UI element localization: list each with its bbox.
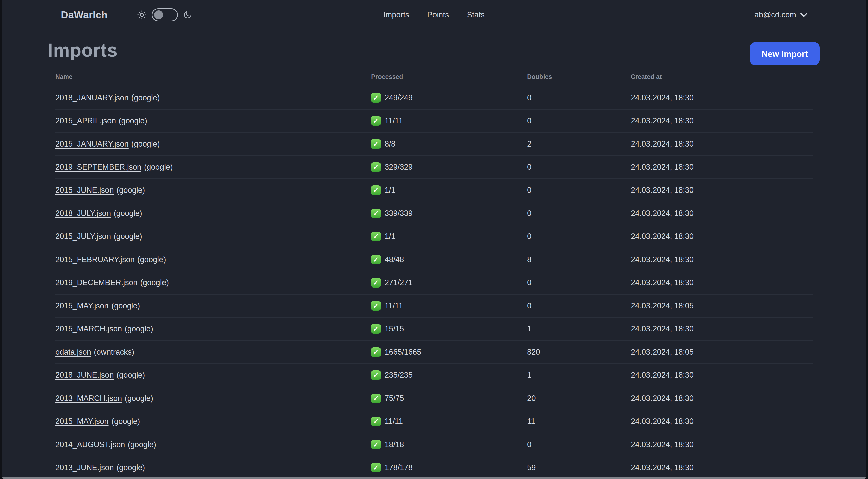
table-row: 2015_APRIL.json(google) 11/11 0 24.03.20… — [55, 109, 813, 132]
theme-toggle[interactable] — [152, 8, 178, 21]
processed-count: 11/11 — [384, 116, 403, 125]
import-file-link[interactable]: 2015_APRIL.json — [55, 116, 116, 125]
column-header-processed: Processed — [371, 73, 527, 81]
name-cell: 2015_FEBRUARY.json(google) — [55, 255, 371, 264]
name-cell: 2013_JUNE.json(google) — [55, 463, 371, 472]
import-source-label: (google) — [140, 278, 169, 287]
doubles-cell: 0 — [527, 162, 631, 172]
table-row: odata.json(owntracks) 1665/1665 820 24.0… — [55, 340, 813, 363]
check-icon — [371, 139, 381, 149]
check-icon — [371, 209, 381, 218]
processed-cell: 11/11 — [371, 116, 527, 126]
processed-count: 249/249 — [384, 93, 413, 102]
import-source-label: (google) — [112, 417, 140, 426]
check-icon — [371, 162, 381, 172]
name-cell: 2015_APRIL.json(google) — [55, 116, 371, 125]
processed-cell: 18/18 — [371, 440, 527, 449]
import-file-link[interactable]: odata.json — [55, 348, 91, 356]
check-icon — [371, 370, 381, 380]
processed-cell: 329/329 — [371, 162, 527, 172]
doubles-cell: 11 — [527, 417, 631, 426]
import-file-link[interactable]: 2013_JUNE.json — [55, 463, 114, 472]
import-file-link[interactable]: 2019_SEPTEMBER.json — [55, 162, 142, 171]
nav-link-points[interactable]: Points — [427, 10, 449, 19]
processed-count: 1665/1665 — [384, 348, 422, 357]
processed-count: 178/178 — [384, 463, 413, 472]
import-file-link[interactable]: 2018_JUNE.json — [55, 371, 114, 380]
processed-cell: 48/48 — [371, 255, 527, 264]
column-header-created-at: Created at — [631, 73, 813, 81]
created-at-cell: 24.03.2024, 18:30 — [631, 162, 813, 172]
new-import-button[interactable]: New import — [750, 42, 819, 65]
table-row: 2015_JULY.json(google) 1/1 0 24.03.2024,… — [55, 225, 813, 248]
created-at-cell: 24.03.2024, 18:30 — [631, 417, 813, 426]
account-email: ab@cd.com — [754, 10, 796, 19]
table-row: 2015_MAY.json(google) 11/11 11 24.03.202… — [55, 410, 813, 433]
import-file-link[interactable]: 2015_MARCH.json — [55, 324, 122, 333]
name-cell: 2015_JULY.json(google) — [55, 232, 371, 241]
processed-count: 271/271 — [384, 278, 413, 287]
processed-count: 15/15 — [384, 324, 404, 333]
theme-switcher — [137, 8, 192, 21]
processed-count: 8/8 — [384, 140, 395, 149]
name-cell: 2018_JULY.json(google) — [55, 209, 371, 218]
created-at-cell: 24.03.2024, 18:30 — [631, 140, 813, 149]
column-header-name: Name — [55, 73, 371, 81]
doubles-cell: 1 — [527, 324, 631, 333]
import-file-link[interactable]: 2018_JULY.json — [55, 209, 111, 218]
processed-cell: 11/11 — [371, 417, 527, 426]
name-cell: 2018_JUNE.json(google) — [55, 371, 371, 380]
table-body: 2018_JANUARY.json(google) 249/249 0 24.0… — [55, 86, 813, 479]
name-cell: 2015_JUNE.json(google) — [55, 186, 371, 195]
created-at-cell: 24.03.2024, 18:30 — [631, 209, 813, 218]
import-file-link[interactable]: 2015_MAY.json — [55, 301, 109, 310]
table-row: 2018_JULY.json(google) 339/339 0 24.03.2… — [55, 202, 813, 225]
nav-link-stats[interactable]: Stats — [467, 10, 485, 19]
import-source-label: (google) — [131, 93, 160, 102]
import-source-label: (google) — [131, 140, 160, 148]
import-file-link[interactable]: 2013_MARCH.json — [55, 394, 122, 402]
processed-count: 339/339 — [384, 209, 413, 218]
import-file-link[interactable]: 2015_JULY.json — [55, 232, 111, 241]
import-source-label: (google) — [112, 301, 140, 310]
created-at-cell: 24.03.2024, 18:05 — [631, 348, 813, 357]
check-icon — [371, 440, 381, 449]
created-at-cell: 24.03.2024, 18:30 — [631, 232, 813, 241]
import-source-label: (google) — [114, 209, 142, 218]
name-cell: 2013_MARCH.json(google) — [55, 394, 371, 403]
check-icon — [371, 185, 381, 195]
processed-cell: 1/1 — [371, 185, 527, 195]
import-source-label: (google) — [128, 440, 156, 449]
import-file-link[interactable]: 2015_MAY.json — [55, 417, 109, 426]
check-icon — [371, 232, 381, 241]
doubles-cell: 1 — [527, 371, 631, 380]
import-file-link[interactable]: 2019_DECEMBER.json — [55, 278, 137, 287]
import-file-link[interactable]: 2015_JANUARY.json — [55, 140, 129, 148]
account-menu[interactable]: ab@cd.com — [754, 10, 808, 19]
table-row: 2014_AUGUST.json(google) 18/18 0 24.03.2… — [55, 433, 813, 456]
table-row: 2015_MARCH.json(google) 15/15 1 24.03.20… — [55, 317, 813, 340]
theme-toggle-knob — [154, 10, 163, 19]
name-cell: 2015_MAY.json(google) — [55, 417, 371, 426]
check-icon — [371, 463, 381, 473]
page-header: Imports New import — [2, 30, 866, 67]
import-source-label: (google) — [137, 255, 166, 264]
nav-link-imports[interactable]: Imports — [383, 10, 409, 19]
table-row: 2015_JUNE.json(google) 1/1 0 24.03.2024,… — [55, 178, 813, 202]
doubles-cell: 0 — [527, 278, 631, 287]
import-source-label: (google) — [125, 324, 153, 333]
import-file-link[interactable]: 2014_AUGUST.json — [55, 440, 125, 449]
import-source-label: (google) — [117, 186, 145, 194]
import-file-link[interactable]: 2015_FEBRUARY.json — [55, 255, 135, 264]
processed-count: 75/75 — [384, 394, 404, 403]
import-file-link[interactable]: 2018_JANUARY.json — [55, 93, 129, 102]
app-logo[interactable]: DaWarIch — [61, 9, 108, 21]
import-file-link[interactable]: 2015_JUNE.json — [55, 186, 114, 194]
sun-icon — [137, 10, 147, 20]
processed-cell: 339/339 — [371, 209, 527, 218]
check-icon — [371, 93, 381, 102]
created-at-cell: 24.03.2024, 18:30 — [631, 371, 813, 380]
import-source-label: (google) — [117, 463, 145, 472]
import-source-label: (google) — [117, 371, 145, 380]
processed-count: 11/11 — [384, 417, 403, 426]
